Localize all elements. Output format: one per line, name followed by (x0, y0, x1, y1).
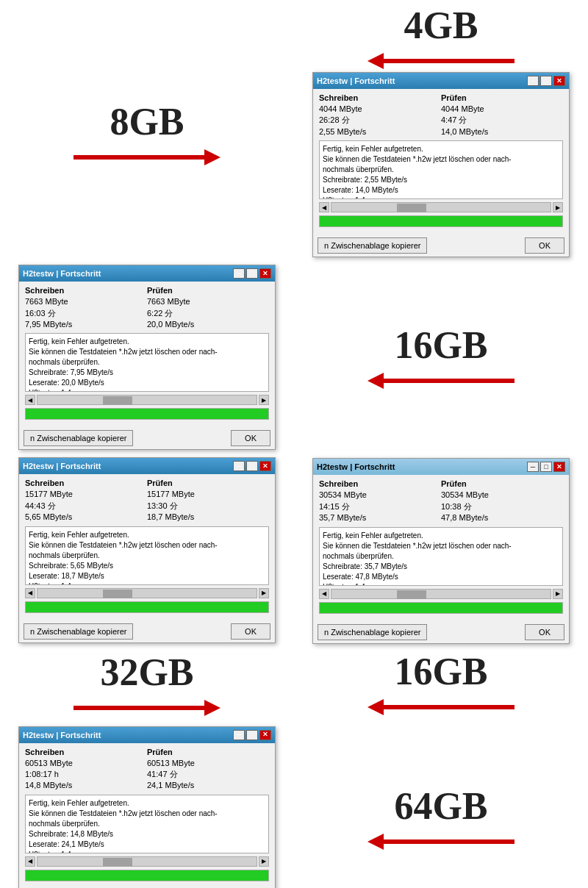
verify-mb-16gb: 15177 MByte (147, 489, 269, 500)
write-speed-8gb: 7,95 MByte/s (25, 319, 147, 330)
titlebar-16gb: H2testw | Fortschritt ─ □ ✕ (19, 458, 275, 474)
scroll-right-8gb[interactable]: ▶ (259, 395, 269, 405)
label-16gb: 16GB (394, 323, 487, 367)
body-32gb: Schreiben 30534 MByte 14:15 分 35,7 MByte… (313, 475, 569, 620)
scroll-left-8gb[interactable]: ◀ (25, 395, 35, 405)
verify-col-32gb: Prüfen 30534 MByte 10:38 分 47,8 MByte/s (441, 479, 563, 523)
ok-btn-16gb[interactable]: OK (231, 623, 270, 640)
ok-btn-8gb[interactable]: OK (231, 430, 270, 446)
close-btn-4gb[interactable]: ✕ (553, 76, 565, 86)
log-64gb: Fertig, kein Fehler aufgetreten. Sie kön… (25, 795, 269, 853)
log-text-8gb: Fertig, kein Fehler aufgetreten. Sie kön… (29, 337, 218, 392)
cell-32gb-win: H2testw | Fortschritt ─ □ ✕ Schreiben 30… (294, 454, 588, 722)
write-time-64gb: 1:08:17 h (25, 769, 147, 780)
write-speed-4gb: 2,55 MByte/s (319, 126, 441, 137)
arrow-left-64gb (368, 834, 514, 850)
arrow-4gb (301, 53, 581, 69)
maximize-btn-16gb[interactable]: □ (246, 461, 258, 471)
main-layout: 8GB 4GB H2testw | Fortschritt ─ □ ✕ Schr… (0, 0, 588, 888)
scroll-right-4gb[interactable]: ▶ (553, 202, 563, 212)
maximize-btn-8gb[interactable]: □ (246, 268, 258, 279)
clipboard-btn-4gb[interactable]: n Zwischenablage kopierer (318, 237, 427, 254)
write-col-16gb: Schreiben 15177 MByte 44:43 分 5,65 MByte… (25, 479, 147, 523)
minimize-btn-64gb[interactable]: ─ (233, 730, 245, 740)
scroll-right-32gb[interactable]: ▶ (553, 589, 563, 599)
log-text-64gb: Fertig, kein Fehler aufgetreten. Sie kön… (29, 799, 218, 853)
clipboard-btn-16gb[interactable]: n Zwischenablage kopierer (24, 623, 133, 640)
scroll-left-16gb[interactable]: ◀ (25, 588, 35, 598)
arrow-16gb-right (301, 699, 581, 715)
minimize-btn-16gb[interactable]: ─ (233, 461, 245, 471)
scroll-thumb-32gb (397, 590, 426, 599)
body-8gb: Schreiben 7663 MByte 16:03 分 7,95 MByte/… (19, 282, 275, 427)
write-header-64gb: Schreiben (25, 748, 147, 756)
verify-mb-8gb: 7663 MByte (147, 296, 269, 307)
verify-time-16gb: 13:30 分 (147, 501, 269, 512)
maximize-btn-4gb[interactable]: □ (540, 76, 552, 86)
write-header-16gb: Schreiben (25, 479, 147, 487)
title-4gb: H2testw | Fortschritt (317, 76, 395, 85)
minimize-btn-32gb[interactable]: ─ (527, 462, 539, 472)
close-btn-32gb[interactable]: ✕ (553, 462, 565, 472)
maximize-btn-32gb[interactable]: □ (540, 462, 552, 472)
body-4gb: Schreiben 4044 MByte 26:28 分 2,55 MByte/… (313, 89, 569, 234)
minimize-btn-8gb[interactable]: ─ (233, 268, 245, 279)
scroll-right-16gb[interactable]: ▶ (259, 588, 269, 598)
arrow-32gb (7, 700, 287, 716)
write-col-64gb: Schreiben 60513 MByte 1:08:17 h 14,8 MBy… (25, 748, 147, 792)
titlebar-32gb: H2testw | Fortschritt ─ □ ✕ (313, 459, 569, 475)
ok-btn-32gb[interactable]: OK (525, 624, 564, 640)
scroll-thumb-8gb (103, 396, 132, 405)
arrow-right-8gb (74, 149, 220, 165)
title-16gb: H2testw | Fortschritt (23, 462, 101, 470)
clipboard-btn-8gb[interactable]: n Zwischenablage kopierer (24, 430, 133, 446)
verify-col-8gb: Prüfen 7663 MByte 6:22 分 20,0 MByte/s (147, 286, 269, 330)
verify-speed-16gb: 18,7 MByte/s (147, 512, 269, 523)
ok-btn-4gb[interactable]: OK (525, 237, 564, 254)
write-speed-16gb: 5,65 MByte/s (25, 512, 147, 523)
scroll-track-32gb[interactable] (331, 589, 551, 599)
clipboard-btn-32gb[interactable]: n Zwischenablage kopierer (318, 624, 427, 640)
scroll-left-32gb[interactable]: ◀ (319, 589, 329, 599)
scroll-left-4gb[interactable]: ◀ (319, 202, 329, 212)
window-16gb: H2testw | Fortschritt ─ □ ✕ Schreiben 15… (18, 457, 276, 642)
close-btn-8gb[interactable]: ✕ (259, 268, 271, 279)
label-16gb-right: 16GB (394, 650, 487, 693)
scroll-track-64gb[interactable] (37, 856, 257, 867)
minimize-btn-4gb[interactable]: ─ (527, 76, 539, 86)
progress-fill-32gb (320, 603, 562, 613)
footer-32gb: n Zwischenablage kopierer OK (313, 621, 569, 643)
scroll-track-4gb[interactable] (331, 202, 551, 212)
write-speed-64gb: 14,8 MByte/s (25, 780, 147, 791)
cell-32gb-label: H2testw | Fortschritt ─ □ ✕ Schreiben 15… (0, 454, 294, 722)
verify-col-16gb: Prüfen 15177 MByte 13:30 分 18,7 MByte/s (147, 479, 269, 523)
label-64gb: 64GB (394, 784, 487, 828)
write-time-32gb: 14:15 分 (319, 501, 441, 512)
scroll-left-64gb[interactable]: ◀ (25, 856, 35, 867)
close-btn-16gb[interactable]: ✕ (259, 461, 271, 471)
scroll-thumb-16gb (103, 590, 132, 598)
footer-16gb: n Zwischenablage kopierer OK (19, 620, 275, 642)
maximize-btn-64gb[interactable]: □ (246, 730, 258, 740)
log-4gb: Fertig, kein Fehler aufgetreten. Sie kön… (319, 140, 563, 199)
cell-16gb-label: 16GB (294, 261, 588, 454)
verify-speed-32gb: 47,8 MByte/s (441, 512, 563, 523)
scroll-track-16gb[interactable] (37, 588, 257, 598)
verify-mb-64gb: 60513 MByte (147, 758, 269, 769)
arrow-8gb (7, 149, 287, 165)
stats-row-4gb: Schreiben 4044 MByte 26:28 分 2,55 MByte/… (319, 93, 563, 137)
scroll-right-64gb[interactable]: ▶ (259, 856, 269, 867)
verify-time-8gb: 6:22 分 (147, 308, 269, 319)
titlebar-8gb: H2testw | Fortschritt ─ □ ✕ (19, 265, 275, 282)
write-mb-32gb: 30534 MByte (319, 490, 441, 501)
stats-row-16gb: Schreiben 15177 MByte 44:43 分 5,65 MByte… (25, 479, 269, 523)
progress-fill-64gb (26, 870, 268, 881)
scroll-thumb-64gb (103, 858, 132, 867)
title-8gb: H2testw | Fortschritt (23, 269, 101, 278)
close-btn-64gb[interactable]: ✕ (259, 730, 271, 740)
title-32gb: H2testw | Fortschritt (317, 462, 395, 471)
titlebar-4gb: H2testw | Fortschritt ─ □ ✕ (313, 73, 569, 89)
log-32gb: Fertig, kein Fehler aufgetreten. Sie kön… (319, 527, 563, 586)
body-16gb: Schreiben 15177 MByte 44:43 分 5,65 MByte… (19, 474, 275, 620)
scroll-track-8gb[interactable] (37, 395, 257, 405)
